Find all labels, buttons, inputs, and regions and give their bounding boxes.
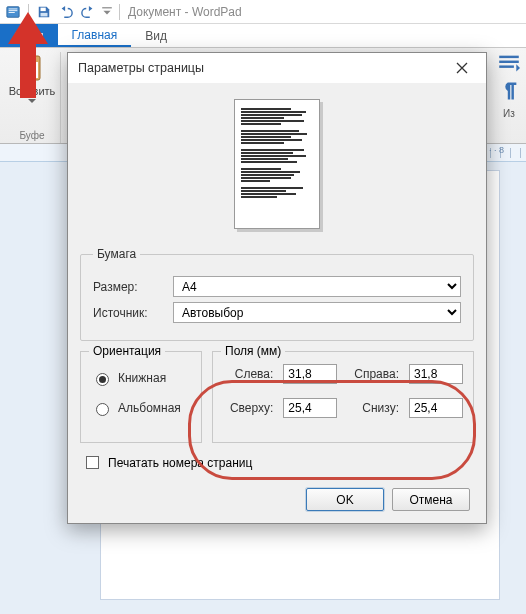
orientation-group: Ориентация Книжная Альбомная: [80, 351, 202, 443]
cancel-button[interactable]: Отмена: [392, 488, 470, 511]
landscape-label: Альбомная: [118, 401, 181, 415]
ribbon-right-label: Из: [503, 108, 515, 119]
ribbon-tabs: Файл Главная Вид: [0, 24, 526, 48]
source-label: Источник:: [93, 306, 173, 320]
right-margin-input[interactable]: [409, 364, 463, 384]
top-margin-input[interactable]: [283, 398, 337, 418]
page-setup-dialog: Параметры страницы Бумага Размер:: [67, 52, 487, 524]
bottom-margin-label: Снизу:: [347, 401, 399, 415]
portrait-radio[interactable]: [96, 373, 109, 386]
tab-home[interactable]: Главная: [58, 24, 132, 47]
right-margin-label: Справа:: [347, 367, 399, 381]
left-margin-label: Слева:: [223, 367, 273, 381]
paper-legend: Бумага: [93, 247, 140, 261]
top-margin-label: Сверху:: [223, 401, 273, 415]
print-page-numbers-checkbox[interactable]: [86, 456, 99, 469]
tab-file[interactable]: Файл: [0, 24, 58, 47]
svg-rect-5: [41, 12, 48, 16]
orientation-portrait[interactable]: Книжная: [91, 370, 193, 386]
orientation-landscape[interactable]: Альбомная: [91, 400, 193, 416]
tab-view[interactable]: Вид: [131, 24, 181, 47]
title-bar: Документ - WordPad: [0, 0, 526, 24]
bottom-margin-input[interactable]: [409, 398, 463, 418]
svg-rect-13: [499, 56, 519, 58]
margins-legend: Поля (мм): [221, 344, 285, 358]
landscape-radio[interactable]: [96, 403, 109, 416]
svg-rect-2: [9, 10, 18, 11]
dialog-titlebar: Параметры страницы: [68, 53, 486, 83]
ok-button[interactable]: OK: [306, 488, 384, 511]
margins-group: Поля (мм) Слева: Справа: Сверху: Снизу:: [212, 351, 474, 443]
print-page-numbers-label: Печатать номера страниц: [108, 456, 252, 470]
svg-rect-11: [26, 67, 36, 68]
paper-group: Бумага Размер: A4 Источник: Автовыбор: [80, 247, 474, 341]
paste-label: Вставить: [9, 86, 56, 97]
chevron-down-icon: [28, 99, 36, 104]
size-label: Размер:: [93, 280, 173, 294]
svg-rect-4: [41, 7, 46, 11]
portrait-label: Книжная: [118, 371, 166, 385]
save-icon[interactable]: [35, 3, 53, 21]
svg-rect-15: [499, 65, 514, 67]
svg-rect-6: [102, 7, 112, 8]
redo-icon[interactable]: [79, 3, 97, 21]
size-select[interactable]: A4: [173, 276, 461, 297]
app-icon: [4, 3, 22, 21]
close-icon: [456, 62, 468, 74]
dialog-title: Параметры страницы: [78, 61, 204, 75]
group-buffer-label: Буфе: [19, 130, 44, 143]
window-title: Документ - WordPad: [128, 5, 242, 19]
source-select[interactable]: Автовыбор: [173, 302, 461, 323]
ribbon-group-clipboard: Вставить Буфе: [4, 52, 61, 143]
page-preview: [80, 91, 474, 247]
ribbon-misc-icon-1[interactable]: [498, 52, 520, 74]
svg-rect-10: [26, 64, 36, 65]
paste-button[interactable]: Вставить: [10, 52, 54, 104]
qat-dropdown-icon[interactable]: [101, 3, 113, 21]
left-margin-input[interactable]: [283, 364, 337, 384]
undo-icon[interactable]: [57, 3, 75, 21]
svg-rect-8: [26, 54, 36, 59]
orientation-legend: Ориентация: [89, 344, 165, 358]
svg-rect-1: [9, 8, 18, 9]
svg-rect-12: [26, 70, 33, 71]
svg-rect-3: [9, 12, 15, 13]
paragraph-icon[interactable]: [498, 80, 520, 102]
clipboard-icon: [16, 52, 48, 84]
close-button[interactable]: [448, 57, 476, 79]
svg-rect-14: [499, 61, 519, 63]
